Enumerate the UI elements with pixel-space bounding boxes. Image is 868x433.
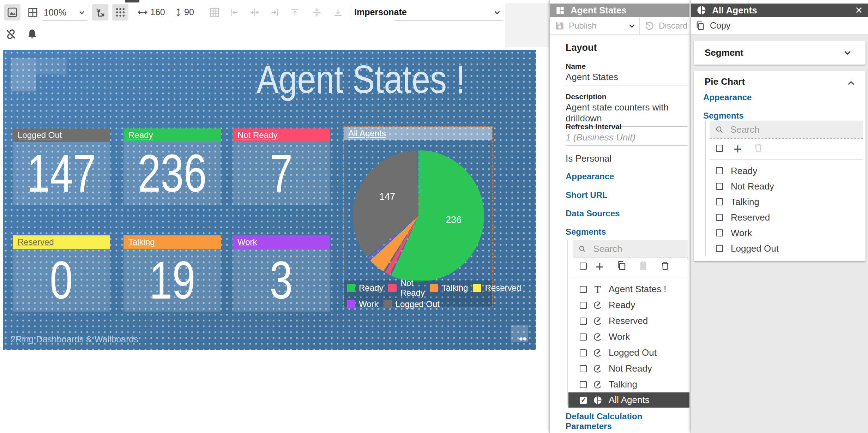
row-checkbox[interactable]	[716, 198, 723, 205]
tile-ready[interactable]: Ready 236	[123, 128, 221, 205]
discard-icon	[644, 20, 655, 31]
search-input[interactable]	[592, 243, 682, 255]
chevron-down-icon	[627, 21, 637, 30]
row-checkbox[interactable]	[580, 318, 587, 325]
publish-button[interactable]: Publish	[550, 21, 637, 31]
row-checkbox[interactable]	[580, 333, 587, 341]
grid-height-input[interactable]	[183, 5, 204, 20]
align-left-button[interactable]	[228, 4, 241, 20]
unlink-button[interactable]	[4, 27, 18, 42]
paste-segment-button[interactable]	[638, 260, 649, 271]
legend-swatch	[347, 284, 355, 292]
segments-search[interactable]	[573, 240, 688, 258]
row-checkbox[interactable]	[716, 229, 723, 236]
short-url-link[interactable]: Short URL	[566, 190, 608, 200]
segment-row-title[interactable]: T Agent States !	[568, 281, 688, 297]
appearance-link[interactable]: Appearance	[703, 92, 752, 102]
image-tool-button[interactable]	[4, 4, 20, 20]
select-all-checkbox[interactable]	[716, 145, 723, 152]
copy-bar: Copy	[691, 17, 868, 35]
segments-link[interactable]: Segments	[703, 111, 744, 121]
align-bottom-button[interactable]	[332, 4, 344, 20]
row-checkbox[interactable]	[580, 286, 587, 293]
row-checkbox[interactable]	[580, 381, 587, 388]
grid-width-input[interactable]	[150, 5, 173, 20]
align-bottom-icon	[333, 7, 343, 18]
panel-all-agents-header: All Agents ✕	[691, 4, 868, 17]
resize-tool-button[interactable]	[92, 4, 108, 20]
is-personal-label[interactable]: Is Personal	[566, 153, 611, 164]
pie-item-row[interactable]: Talking	[708, 194, 863, 210]
refresh-interval-field[interactable]: 1 (Business Unit)	[566, 132, 688, 146]
pie-widget-all-agents[interactable]: All Agents 147 236 Ready Not Ready Talki…	[343, 126, 493, 307]
tile-reserved[interactable]: Reserved 0	[13, 235, 110, 312]
select-all-checkbox[interactable]	[580, 263, 587, 270]
default-calculation-parameters-link[interactable]: Default Calculation Parameters	[566, 411, 689, 431]
canvas-resize-handle[interactable]	[511, 325, 528, 342]
pie-item-row[interactable]: Not Ready	[708, 179, 863, 194]
row-checkbox[interactable]	[580, 365, 587, 372]
add-segment-button[interactable]: +	[596, 260, 604, 274]
segment-row-work[interactable]: Work	[568, 329, 688, 345]
row-checkbox[interactable]	[580, 302, 587, 309]
segment-row-ready[interactable]: Ready	[568, 297, 688, 313]
discard-button[interactable]: Discard	[640, 20, 687, 31]
row-checkbox[interactable]	[716, 245, 723, 252]
divider	[573, 279, 688, 279]
tile-label: Work	[237, 237, 257, 247]
segment-label: Talking	[609, 379, 637, 390]
table-grid-button[interactable]	[208, 4, 221, 20]
align-middle-v-button[interactable]	[311, 4, 323, 20]
segment-row-all-agents[interactable]: All Agents	[568, 392, 689, 408]
align-center-h-button[interactable]	[248, 4, 261, 20]
row-checkbox[interactable]	[580, 349, 587, 356]
name-field[interactable]: Agent States	[566, 72, 688, 85]
align-right-button[interactable]	[268, 4, 281, 20]
panel-agent-states: Agent States Publish Discard Layout Name…	[549, 0, 689, 433]
segment-row-reserved[interactable]: Reserved	[568, 313, 688, 329]
segment-row-not-ready[interactable]: Not Ready	[568, 361, 688, 377]
delete-segment-button[interactable]	[660, 261, 670, 271]
snap-grid-button[interactable]	[112, 4, 128, 20]
zoom-select[interactable]: 100%	[42, 4, 88, 21]
search-input[interactable]	[730, 124, 857, 136]
chevron-down-icon[interactable]	[842, 47, 853, 58]
delete-item-button[interactable]	[753, 143, 763, 152]
duplicate-segment-button[interactable]	[616, 260, 627, 271]
dashboard-canvas[interactable]: Agent States ! Logged Out 147 Ready 236 …	[3, 50, 536, 350]
impersonate-select[interactable]	[394, 4, 503, 21]
segments-link[interactable]: Segments	[566, 227, 606, 237]
chevron-up-icon[interactable]	[846, 78, 856, 88]
tile-work[interactable]: Work 3	[233, 235, 330, 312]
copy-button[interactable]: Copy	[691, 20, 730, 31]
close-icon[interactable]: ✕	[855, 5, 863, 16]
segment-row-logged-out[interactable]: Logged Out	[568, 345, 688, 361]
tile-talking[interactable]: Talking 19	[123, 235, 221, 312]
canvas-title-widget[interactable]: Agent States !	[215, 51, 507, 107]
tile-logged-out[interactable]: Logged Out 147	[13, 128, 110, 205]
appearance-link[interactable]: Appearance	[566, 172, 614, 181]
layout-grid-button[interactable]	[25, 4, 41, 20]
item-label: Reserved	[731, 212, 770, 223]
segment-row-talking[interactable]: Talking	[568, 377, 688, 392]
data-sources-link[interactable]: Data Sources	[566, 209, 620, 218]
legend-item: Reserved	[473, 283, 521, 293]
search-icon	[578, 244, 586, 253]
row-checkbox[interactable]	[716, 183, 723, 190]
row-checkbox[interactable]	[716, 214, 723, 221]
pie-item-row[interactable]: Reserved	[708, 210, 863, 225]
tile-not-ready[interactable]: Not Ready 7	[233, 128, 330, 205]
add-item-button[interactable]: +	[734, 142, 742, 156]
gauge-icon	[593, 317, 602, 326]
align-top-button[interactable]	[289, 4, 301, 20]
pie-item-row[interactable]: Logged Out	[708, 241, 863, 256]
notifications-button[interactable]	[25, 27, 40, 42]
align-center-h-icon	[249, 7, 260, 18]
row-checkbox[interactable]	[716, 167, 723, 174]
copy-icon	[616, 260, 627, 271]
segment-label: Ready	[609, 300, 635, 311]
row-checkbox[interactable]	[580, 397, 587, 404]
pie-segments-search[interactable]	[710, 121, 863, 139]
pie-item-row[interactable]: Work	[708, 225, 863, 241]
pie-item-row[interactable]: Ready	[708, 163, 863, 179]
